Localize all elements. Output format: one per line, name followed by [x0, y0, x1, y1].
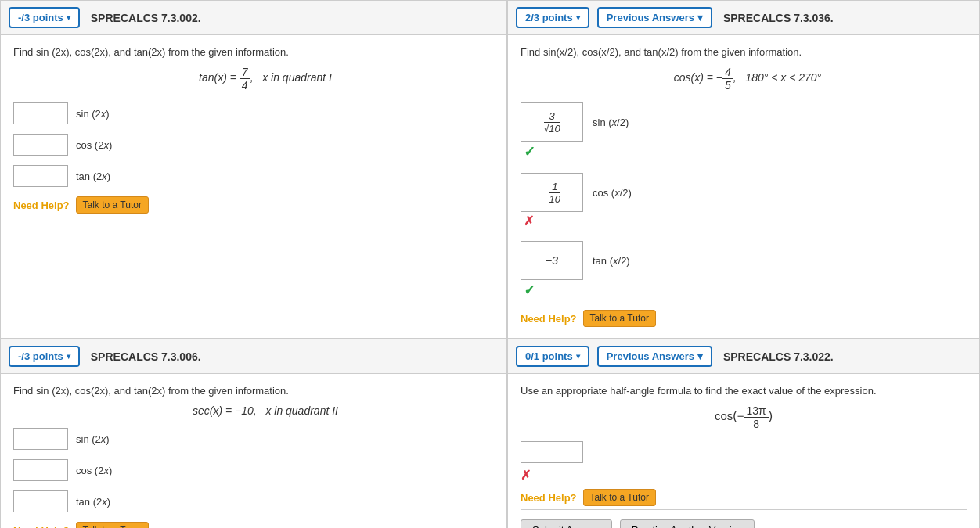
answer-sin-row: 3 √10 sin (x/2) ✓ [521, 102, 967, 160]
bottom-right-submit-row: Submit Answer Practice Another Version [521, 519, 967, 528]
bl-sin-2x-label: sin (2x) [76, 433, 110, 445]
top-right-panel: 2/3 points ▾ Previous Answers ▾ SPRECALC… [507, 0, 980, 339]
bottom-left-need-help: Need Help? Talk to a Tutor [13, 522, 494, 528]
bottom-right-talk-tutor-btn[interactable]: Talk to a Tutor [583, 489, 656, 506]
bottom-right-panel: 0/1 points ▾ Previous Answers ▾ SPRECALC… [507, 339, 980, 528]
chevron-down-icon-2: ▾ [576, 13, 580, 22]
cos-answer-label: cos (x/2) [593, 187, 632, 199]
top-left-header: -/3 points ▾ SPRECALCS 7.3.002. [1, 1, 506, 35]
bottom-right-need-help-text: Need Help? [521, 492, 577, 504]
top-left-code: SPRECALCS 7.3.002. [91, 12, 201, 24]
chevron-down-icon-5: ▾ [576, 352, 580, 361]
bottom-left-talk-tutor-btn[interactable]: Talk to a Tutor [76, 522, 149, 528]
answer-cos-row: −110 cos (x/2) ✗ [521, 173, 967, 228]
top-right-points-label: 2/3 points [525, 12, 573, 23]
bottom-right-prev-answers-label: Previous Answers [607, 350, 694, 362]
bl-sin-2x-row: sin (2x) [13, 428, 494, 450]
top-right-points-btn[interactable]: 2/3 points ▾ [516, 7, 589, 28]
bl-cos-2x-row: cos (2x) [13, 459, 494, 481]
top-left-need-help-text: Need Help? [13, 199, 70, 211]
cos-cross-icon: ✗ [524, 214, 534, 228]
bottom-right-prev-answers-btn[interactable]: Previous Answers ▾ [597, 346, 712, 367]
practice-another-btn[interactable]: Practice Another Version [620, 519, 755, 528]
chevron-down-icon-3: ▾ [697, 12, 703, 23]
top-left-points-btn[interactable]: -/3 points ▾ [9, 7, 80, 28]
top-left-body: Find sin (2x), cos(2x), and tan(2x) from… [1, 35, 506, 224]
bottom-right-problem-text: Use an appropriate half-angle formula to… [521, 385, 967, 397]
bl-tan-2x-label: tan (2x) [76, 496, 110, 508]
bottom-right-header: 0/1 points ▾ Previous Answers ▾ SPRECALC… [508, 339, 979, 374]
top-left-points-label: -/3 points [18, 12, 63, 23]
sin-2x-label: sin (2x) [76, 108, 110, 120]
chevron-down-icon: ▾ [67, 13, 70, 22]
top-right-need-help-text: Need Help? [521, 313, 577, 325]
cos-answer-display: −110 [521, 173, 583, 212]
bottom-right-points-label: 0/1 points [525, 350, 573, 362]
bottom-left-body: Find sin (2x), cos(2x), and tan(2x) from… [1, 374, 506, 528]
top-right-formula: cos(x) = −45, 180° < x < 270° [528, 66, 967, 92]
sin-2x-input[interactable] [13, 102, 68, 124]
bl-sin-2x-input[interactable] [13, 428, 68, 450]
tan-answer-label: tan (x/2) [593, 255, 630, 267]
chevron-down-icon-4: ▾ [67, 352, 70, 361]
tan-2x-row: tan (2x) [13, 165, 494, 187]
bl-cos-2x-input[interactable] [13, 459, 68, 481]
top-left-formula: tan(x) = 74, x in quadrant I [37, 66, 494, 92]
top-left-talk-tutor-btn[interactable]: Talk to a Tutor [76, 196, 149, 214]
submit-answer-btn[interactable]: Submit Answer [521, 519, 612, 528]
top-right-need-help: Need Help? Talk to a Tutor [521, 310, 967, 327]
divider [521, 509, 967, 510]
cos-2x-label: cos (2x) [76, 139, 112, 151]
top-right-code: SPRECALCS 7.3.036. [723, 12, 834, 24]
sin-answer-label: sin (x/2) [593, 117, 629, 128]
bottom-left-points-btn[interactable]: -/3 points ▾ [9, 346, 80, 367]
bl-tan-2x-input[interactable] [13, 490, 68, 512]
cos-2x-row: cos (2x) [13, 134, 494, 156]
answer-tan-row: −3 tan (x/2) ✓ [521, 241, 967, 299]
bottom-right-body: Use an appropriate half-angle formula to… [508, 374, 979, 528]
top-right-body: Find sin(x/2), cos(x/2), and tan(x/2) fr… [508, 35, 979, 338]
tan-2x-input[interactable] [13, 165, 68, 187]
top-right-prev-answers-label: Previous Answers [607, 12, 694, 23]
tan-answer-display: −3 [521, 241, 583, 280]
top-right-header: 2/3 points ▾ Previous Answers ▾ SPRECALC… [508, 1, 979, 35]
top-left-panel: -/3 points ▾ SPRECALCS 7.3.002. Find sin… [0, 0, 507, 339]
bottom-left-points-label: -/3 points [18, 350, 63, 362]
top-right-talk-tutor-btn[interactable]: Talk to a Tutor [583, 310, 656, 327]
cos-2x-input[interactable] [13, 134, 68, 156]
bl-tan-2x-row: tan (2x) [13, 490, 494, 512]
bottom-right-answer-section: ✗ [521, 441, 967, 483]
bottom-right-need-help: Need Help? Talk to a Tutor [521, 489, 967, 506]
top-right-problem-text: Find sin(x/2), cos(x/2), and tan(x/2) fr… [521, 46, 967, 58]
bottom-left-panel: -/3 points ▾ SPRECALCS 7.3.006. Find sin… [0, 339, 507, 528]
bottom-right-expression: cos(−13π8) [521, 404, 967, 430]
bottom-right-code: SPRECALCS 7.3.022. [723, 350, 834, 363]
bl-cos-2x-label: cos (2x) [76, 465, 112, 476]
sin-check-icon: ✓ [524, 144, 535, 160]
tan-2x-label: tan (2x) [76, 171, 110, 182]
top-left-problem-text: Find sin (2x), cos(2x), and tan(2x) from… [13, 46, 494, 58]
sin-2x-row: sin (2x) [13, 102, 494, 124]
bottom-right-points-btn[interactable]: 0/1 points ▾ [516, 346, 589, 367]
top-left-need-help: Need Help? Talk to a Tutor [13, 196, 494, 214]
sin-answer-display: 3 √10 [521, 102, 583, 142]
bottom-left-problem-text: Find sin (2x), cos(2x), and tan(2x) from… [13, 385, 494, 397]
tan-check-icon: ✓ [524, 282, 535, 298]
chevron-down-icon-6: ▾ [697, 350, 703, 362]
bottom-right-answer-input[interactable] [521, 441, 583, 463]
bottom-left-formula: sec(x) = −10, x in quadrant II [37, 404, 494, 417]
top-right-prev-answers-btn[interactable]: Previous Answers ▾ [597, 7, 712, 28]
bottom-left-need-help-text: Need Help? [13, 525, 70, 529]
bottom-left-code: SPRECALCS 7.3.006. [91, 350, 201, 363]
bottom-left-header: -/3 points ▾ SPRECALCS 7.3.006. [1, 339, 506, 374]
bottom-right-cross-icon: ✗ [521, 468, 531, 483]
